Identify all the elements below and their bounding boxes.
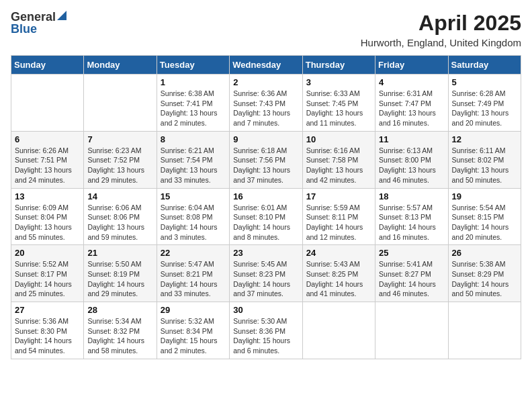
page-subtitle: Hurworth, England, United Kingdom — [361, 37, 521, 48]
calendar-week-row: 13Sunrise: 6:09 AM Sunset: 8:04 PM Dayli… — [11, 188, 521, 245]
day-info: Sunrise: 6:13 AM Sunset: 8:00 PM Dayligh… — [379, 146, 444, 185]
calendar-week-row: 20Sunrise: 5:52 AM Sunset: 8:17 PM Dayli… — [11, 245, 521, 302]
day-number: 25 — [379, 248, 444, 258]
day-of-week-header: Tuesday — [157, 56, 229, 75]
day-info: Sunrise: 5:45 AM Sunset: 8:23 PM Dayligh… — [233, 259, 298, 299]
calendar-week-row: 1Sunrise: 6:38 AM Sunset: 7:41 PM Daylig… — [11, 75, 521, 132]
day-info: Sunrise: 6:28 AM Sunset: 7:49 PM Dayligh… — [452, 89, 517, 128]
day-info: Sunrise: 6:04 AM Sunset: 8:08 PM Dayligh… — [161, 203, 226, 242]
calendar-cell: 12Sunrise: 6:11 AM Sunset: 8:02 PM Dayli… — [448, 131, 521, 188]
calendar-cell — [11, 75, 84, 132]
logo-general-text: General — [11, 11, 56, 23]
day-number: 20 — [15, 248, 80, 258]
calendar-cell: 24Sunrise: 5:43 AM Sunset: 8:25 PM Dayli… — [302, 245, 375, 302]
day-number: 21 — [87, 248, 152, 258]
day-info: Sunrise: 5:38 AM Sunset: 8:29 PM Dayligh… — [452, 259, 517, 299]
day-number: 9 — [233, 134, 298, 144]
day-info: Sunrise: 5:30 AM Sunset: 8:36 PM Dayligh… — [233, 316, 298, 356]
calendar-cell: 8Sunrise: 6:21 AM Sunset: 7:54 PM Daylig… — [157, 131, 229, 188]
day-number: 8 — [161, 134, 226, 144]
day-info: Sunrise: 5:59 AM Sunset: 8:11 PM Dayligh… — [306, 203, 371, 242]
calendar-cell: 22Sunrise: 5:47 AM Sunset: 8:21 PM Dayli… — [157, 245, 229, 302]
day-info: Sunrise: 5:43 AM Sunset: 8:25 PM Dayligh… — [306, 259, 371, 299]
day-of-week-header: Saturday — [448, 56, 521, 75]
day-info: Sunrise: 6:33 AM Sunset: 7:45 PM Dayligh… — [306, 89, 371, 128]
calendar-cell: 6Sunrise: 6:26 AM Sunset: 7:51 PM Daylig… — [11, 131, 84, 188]
day-info: Sunrise: 6:38 AM Sunset: 7:41 PM Dayligh… — [161, 89, 226, 128]
day-info: Sunrise: 5:41 AM Sunset: 8:27 PM Dayligh… — [379, 259, 444, 299]
title-area: April 2025 Hurworth, England, United Kin… — [361, 11, 521, 48]
calendar-cell: 18Sunrise: 5:57 AM Sunset: 8:13 PM Dayli… — [375, 188, 448, 245]
calendar-cell: 19Sunrise: 5:54 AM Sunset: 8:15 PM Dayli… — [448, 188, 521, 245]
day-number: 29 — [161, 305, 226, 315]
day-number: 16 — [233, 191, 298, 201]
day-info: Sunrise: 5:54 AM Sunset: 8:15 PM Dayligh… — [452, 203, 517, 242]
day-info: Sunrise: 6:26 AM Sunset: 7:51 PM Dayligh… — [15, 146, 80, 185]
calendar-cell: 13Sunrise: 6:09 AM Sunset: 8:04 PM Dayli… — [11, 188, 84, 245]
calendar-week-row: 27Sunrise: 5:36 AM Sunset: 8:30 PM Dayli… — [11, 302, 521, 359]
day-number: 24 — [306, 248, 371, 258]
logo: General Blue — [11, 11, 66, 35]
day-info: Sunrise: 6:16 AM Sunset: 7:58 PM Dayligh… — [306, 146, 371, 185]
day-of-week-header: Friday — [375, 56, 448, 75]
calendar-cell: 21Sunrise: 5:50 AM Sunset: 8:19 PM Dayli… — [84, 245, 157, 302]
logo-blue-text: Blue — [11, 23, 37, 35]
day-info: Sunrise: 6:09 AM Sunset: 8:04 PM Dayligh… — [15, 203, 80, 242]
day-number: 3 — [306, 77, 371, 87]
day-number: 5 — [452, 77, 517, 87]
calendar-cell — [302, 302, 375, 359]
day-number: 10 — [306, 134, 371, 144]
calendar-cell: 28Sunrise: 5:34 AM Sunset: 8:32 PM Dayli… — [84, 302, 157, 359]
logo-triangle-icon — [57, 11, 66, 20]
calendar-cell: 26Sunrise: 5:38 AM Sunset: 8:29 PM Dayli… — [448, 245, 521, 302]
day-of-week-header: Sunday — [11, 56, 84, 75]
calendar-cell: 3Sunrise: 6:33 AM Sunset: 7:45 PM Daylig… — [302, 75, 375, 132]
calendar-cell: 20Sunrise: 5:52 AM Sunset: 8:17 PM Dayli… — [11, 245, 84, 302]
calendar-cell: 7Sunrise: 6:23 AM Sunset: 7:52 PM Daylig… — [84, 131, 157, 188]
day-number: 18 — [379, 191, 444, 201]
calendar-cell: 9Sunrise: 6:18 AM Sunset: 7:56 PM Daylig… — [230, 131, 302, 188]
calendar-cell: 29Sunrise: 5:32 AM Sunset: 8:34 PM Dayli… — [157, 302, 229, 359]
day-info: Sunrise: 6:01 AM Sunset: 8:10 PM Dayligh… — [233, 203, 298, 242]
day-info: Sunrise: 5:50 AM Sunset: 8:19 PM Dayligh… — [87, 259, 152, 299]
svg-marker-0 — [57, 11, 66, 20]
day-info: Sunrise: 5:36 AM Sunset: 8:30 PM Dayligh… — [15, 316, 80, 356]
day-number: 15 — [161, 191, 226, 201]
calendar-cell: 2Sunrise: 6:36 AM Sunset: 7:43 PM Daylig… — [230, 75, 302, 132]
page-title: April 2025 — [361, 11, 521, 36]
day-number: 2 — [233, 77, 298, 87]
day-of-week-header: Wednesday — [230, 56, 302, 75]
calendar-cell: 11Sunrise: 6:13 AM Sunset: 8:00 PM Dayli… — [375, 131, 448, 188]
day-number: 30 — [233, 305, 298, 315]
day-number: 19 — [452, 191, 517, 201]
day-number: 1 — [161, 77, 226, 87]
calendar-cell: 30Sunrise: 5:30 AM Sunset: 8:36 PM Dayli… — [230, 302, 302, 359]
calendar-cell: 27Sunrise: 5:36 AM Sunset: 8:30 PM Dayli… — [11, 302, 84, 359]
day-info: Sunrise: 6:23 AM Sunset: 7:52 PM Dayligh… — [87, 146, 152, 185]
day-number: 22 — [161, 248, 226, 258]
calendar-cell — [84, 75, 157, 132]
calendar-cell: 4Sunrise: 6:31 AM Sunset: 7:47 PM Daylig… — [375, 75, 448, 132]
calendar-table: SundayMondayTuesdayWednesdayThursdayFrid… — [11, 55, 521, 359]
day-info: Sunrise: 5:52 AM Sunset: 8:17 PM Dayligh… — [15, 259, 80, 299]
day-info: Sunrise: 5:57 AM Sunset: 8:13 PM Dayligh… — [379, 203, 444, 242]
day-number: 7 — [87, 134, 152, 144]
day-info: Sunrise: 6:06 AM Sunset: 8:06 PM Dayligh… — [87, 203, 152, 242]
calendar-cell — [448, 302, 521, 359]
calendar-cell: 16Sunrise: 6:01 AM Sunset: 8:10 PM Dayli… — [230, 188, 302, 245]
day-info: Sunrise: 5:34 AM Sunset: 8:32 PM Dayligh… — [87, 316, 152, 356]
day-info: Sunrise: 6:31 AM Sunset: 7:47 PM Dayligh… — [379, 89, 444, 128]
day-of-week-header: Monday — [84, 56, 157, 75]
calendar-cell: 15Sunrise: 6:04 AM Sunset: 8:08 PM Dayli… — [157, 188, 229, 245]
page-header: General Blue April 2025 Hurworth, Englan… — [11, 11, 521, 48]
calendar-week-row: 6Sunrise: 6:26 AM Sunset: 7:51 PM Daylig… — [11, 131, 521, 188]
calendar-cell — [375, 302, 448, 359]
day-number: 17 — [306, 191, 371, 201]
day-number: 6 — [15, 134, 80, 144]
day-number: 28 — [87, 305, 152, 315]
day-number: 12 — [452, 134, 517, 144]
day-info: Sunrise: 6:18 AM Sunset: 7:56 PM Dayligh… — [233, 146, 298, 185]
calendar-cell: 1Sunrise: 6:38 AM Sunset: 7:41 PM Daylig… — [157, 75, 229, 132]
calendar-cell: 5Sunrise: 6:28 AM Sunset: 7:49 PM Daylig… — [448, 75, 521, 132]
day-info: Sunrise: 6:21 AM Sunset: 7:54 PM Dayligh… — [161, 146, 226, 185]
